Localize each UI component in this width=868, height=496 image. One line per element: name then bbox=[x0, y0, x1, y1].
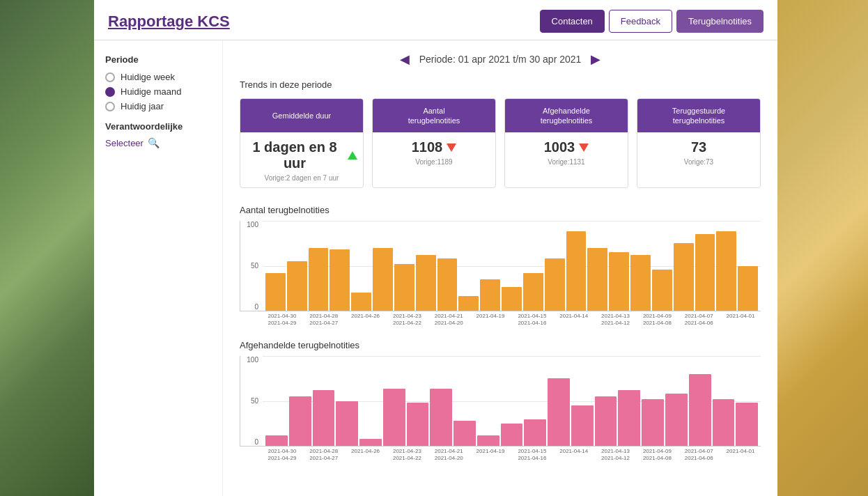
trend-arrow-down-1 bbox=[447, 144, 456, 152]
bar bbox=[630, 255, 651, 311]
trend-previous-0: Vorige:2 dagen en 7 uur bbox=[246, 174, 357, 182]
background-right bbox=[777, 0, 868, 496]
terugbelnotities-button[interactable]: Terugbelnotities bbox=[676, 10, 764, 33]
x-label: 2021-04-20 bbox=[435, 455, 463, 462]
x-label: 2021-04-22 bbox=[393, 320, 421, 327]
trend-card-header-0: Gemiddelde duur bbox=[240, 99, 363, 132]
bar bbox=[609, 252, 629, 311]
chart2-y-labels: 100 50 0 bbox=[240, 356, 261, 446]
bar bbox=[289, 396, 311, 446]
x-label-group: 2021-04-282021-04-27 bbox=[304, 448, 344, 461]
sidebar: Periode Huidige week Huidige maand Huidi… bbox=[94, 40, 223, 496]
header: Rapportage KCS Contacten Feedback Terugb… bbox=[94, 0, 777, 40]
main-panel: ◀ Periode: 01 apr 2021 t/m 30 apr 2021 ▶… bbox=[223, 40, 777, 496]
bar bbox=[430, 389, 452, 447]
chart1-y-labels: 100 50 0 bbox=[240, 221, 261, 311]
radio-label-week: Huidige week bbox=[121, 72, 175, 82]
radio-huidig-jaar[interactable]: Huidig jaar bbox=[105, 101, 211, 111]
bar bbox=[674, 243, 694, 311]
bar bbox=[458, 296, 479, 311]
trend-value-2: 1003 bbox=[511, 139, 622, 155]
chart1-section: Aantal terugbelnotities 100 50 0 2021-04… bbox=[240, 205, 761, 326]
bar bbox=[587, 248, 607, 311]
x-label-group: 2021-04-19 bbox=[470, 313, 511, 326]
chart2-bars bbox=[263, 356, 761, 446]
bar bbox=[652, 270, 672, 311]
x-label: 2021-04-27 bbox=[309, 320, 338, 327]
x-label: 2021-04-16 bbox=[518, 455, 546, 462]
bar bbox=[566, 231, 587, 311]
x-label-group: 2021-04-232021-04-22 bbox=[387, 448, 427, 461]
x-label-group: 2021-04-01 bbox=[720, 448, 761, 461]
bar bbox=[477, 435, 499, 446]
chart2-container: 100 50 0 bbox=[240, 356, 761, 447]
bar bbox=[736, 403, 758, 446]
x-label: 2021-04-13 bbox=[601, 313, 630, 320]
x-label-group: 2021-04-14 bbox=[554, 448, 594, 461]
x-label-group: 2021-04-302021-04-29 bbox=[262, 313, 302, 326]
x-label: 2021-04-14 bbox=[559, 448, 588, 455]
period-text: Periode: 01 apr 2021 t/m 30 apr 2021 bbox=[419, 54, 582, 65]
period-nav: ◀ Periode: 01 apr 2021 t/m 30 apr 2021 ▶ bbox=[240, 52, 761, 67]
trend-card-header-2: Afgehandeldeterugbelnotities bbox=[505, 99, 628, 132]
x-label-group: 2021-04-152021-04-16 bbox=[512, 448, 552, 461]
trend-value-1: 1108 bbox=[378, 139, 490, 155]
bar bbox=[571, 405, 594, 446]
trend-value-0: 1 dagen en 8 uur bbox=[246, 139, 357, 171]
trend-card-3: Teruggestuurdeterugbelnotities 73 Vorige… bbox=[637, 98, 761, 188]
bar bbox=[595, 396, 617, 446]
trend-arrow-up-0 bbox=[348, 151, 357, 160]
x-label: 2021-04-29 bbox=[268, 320, 296, 327]
x-label-group: 2021-04-072021-04-06 bbox=[679, 448, 719, 461]
x-label: 2021-04-27 bbox=[309, 455, 338, 462]
bar bbox=[359, 439, 382, 446]
bar bbox=[454, 421, 476, 446]
radio-huidige-week[interactable]: Huidige week bbox=[105, 72, 211, 82]
x-label-group: 2021-04-01 bbox=[720, 313, 761, 326]
trend-card-header-3: Teruggestuurdeterugbelnotities bbox=[637, 99, 760, 132]
bar bbox=[523, 273, 543, 311]
x-label: 2021-04-15 bbox=[518, 448, 546, 455]
contacten-button[interactable]: Contacten bbox=[540, 10, 605, 33]
x-label: 2021-04-08 bbox=[643, 320, 672, 327]
x-label: 2021-04-12 bbox=[601, 455, 630, 462]
bar bbox=[689, 374, 711, 446]
x-label-group: 2021-04-092021-04-08 bbox=[637, 313, 677, 326]
x-label-group: 2021-04-132021-04-12 bbox=[596, 313, 636, 326]
period-next-arrow[interactable]: ▶ bbox=[591, 52, 600, 67]
body-layout: Periode Huidige week Huidige maand Huidi… bbox=[94, 40, 777, 496]
x-label-group: 2021-04-092021-04-08 bbox=[637, 448, 677, 461]
chart2-title: Afgehandelde terugbelnotities bbox=[240, 340, 761, 350]
x-label: 2021-04-23 bbox=[393, 313, 421, 320]
x-label: 2021-04-29 bbox=[268, 455, 296, 462]
selecteer-row[interactable]: Selecteer 🔍 bbox=[105, 137, 211, 148]
x-label: 2021-04-09 bbox=[643, 313, 672, 320]
period-prev-arrow[interactable]: ◀ bbox=[400, 52, 410, 67]
x-label: 2021-04-20 bbox=[435, 320, 463, 327]
radio-label-jaar: Huidig jaar bbox=[121, 101, 164, 111]
trend-cards: Gemiddelde duur 1 dagen en 8 uur Vorige:… bbox=[240, 98, 761, 188]
x-label: 2021-04-12 bbox=[601, 320, 630, 327]
trend-card-body-2: 1003 Vorige:1131 bbox=[505, 132, 628, 171]
radio-huidige-maand[interactable]: Huidige maand bbox=[105, 86, 211, 97]
app-title[interactable]: Rapportage KCS bbox=[108, 13, 230, 31]
bar bbox=[738, 266, 758, 311]
bar bbox=[265, 273, 286, 311]
x-label: 2021-04-30 bbox=[268, 448, 296, 455]
bar bbox=[287, 261, 307, 311]
x-label: 2021-04-28 bbox=[309, 448, 338, 455]
x-label: 2021-04-15 bbox=[518, 313, 546, 320]
x-label: 2021-04-07 bbox=[685, 448, 713, 455]
periode-title: Periode bbox=[105, 54, 211, 65]
bar bbox=[394, 264, 414, 311]
x-label: 2021-04-07 bbox=[685, 313, 713, 320]
x-label-group: 2021-04-212021-04-20 bbox=[428, 313, 469, 326]
x-label-group: 2021-04-282021-04-27 bbox=[304, 313, 344, 326]
bar bbox=[351, 293, 371, 311]
trend-card-body-0: 1 dagen en 8 uur Vorige:2 dagen en 7 uur bbox=[240, 132, 363, 187]
feedback-button[interactable]: Feedback bbox=[609, 10, 672, 33]
trends-section: Trends in deze periode Gemiddelde duur 1… bbox=[240, 79, 761, 188]
x-label-group: 2021-04-152021-04-16 bbox=[512, 313, 552, 326]
chart1-x-labels: 2021-04-302021-04-292021-04-282021-04-27… bbox=[240, 313, 761, 326]
trend-card-body-3: 73 Vorige:73 bbox=[637, 132, 760, 171]
